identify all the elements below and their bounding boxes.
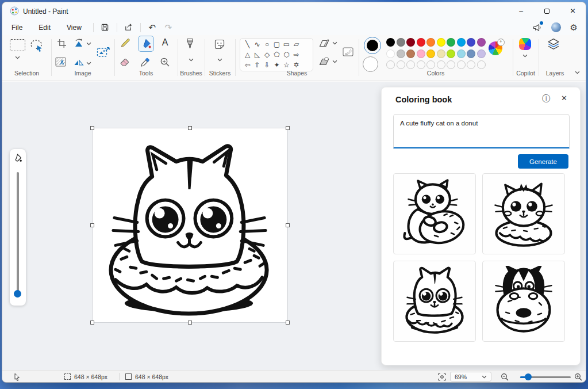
shape-option[interactable]: ▱: [291, 39, 301, 49]
magnifier-tool[interactable]: [160, 57, 170, 67]
custom-color-slot[interactable]: [477, 60, 486, 69]
foreground-color-swatch[interactable]: [364, 37, 381, 54]
menu-item-file[interactable]: File: [3, 24, 30, 32]
minimize-button[interactable]: –: [508, 2, 534, 20]
color-swatch[interactable]: [477, 49, 486, 58]
color-swatch[interactable]: [417, 38, 425, 47]
shape-option[interactable]: ⬡: [282, 49, 291, 60]
chevron-down-icon[interactable]: [332, 60, 337, 63]
generated-thumbnail-2[interactable]: [482, 173, 565, 254]
shape-option[interactable]: ○: [262, 39, 272, 49]
generated-thumbnail-4[interactable]: [482, 261, 565, 342]
selection-handle[interactable]: [90, 223, 94, 227]
rectangle-select-tool[interactable]: [10, 39, 25, 51]
color-swatch[interactable]: [386, 38, 395, 47]
color-swatch[interactable]: [426, 38, 435, 47]
color-swatch[interactable]: [477, 38, 486, 47]
color-swatch[interactable]: [406, 49, 415, 58]
remove-background-tool[interactable]: [55, 57, 66, 67]
canvas[interactable]: [93, 128, 287, 322]
eraser-tool[interactable]: [120, 58, 130, 67]
text-tool[interactable]: A: [159, 37, 171, 48]
resize-image-tool[interactable]: [97, 46, 110, 59]
crop-tool[interactable]: [57, 39, 67, 48]
shape-option[interactable]: ✦: [272, 60, 282, 70]
more-shapes-button[interactable]: [341, 46, 354, 58]
menu-item-edit[interactable]: Edit: [30, 24, 59, 32]
color-swatch[interactable]: [457, 49, 466, 58]
menu-item-view[interactable]: View: [59, 24, 90, 32]
color-swatch[interactable]: [426, 49, 435, 58]
custom-color-slot[interactable]: [426, 60, 435, 69]
selection-handle[interactable]: [90, 126, 94, 130]
shape-option[interactable]: ∿: [252, 39, 262, 49]
custom-color-slot[interactable]: [406, 60, 415, 69]
color-picker-tool[interactable]: [140, 57, 151, 67]
zoom-slider-track[interactable]: [520, 376, 571, 378]
shape-option[interactable]: ▢: [272, 39, 282, 49]
account-avatar[interactable]: [551, 22, 561, 32]
chevron-down-icon[interactable]: [15, 56, 20, 59]
layers-button[interactable]: [547, 38, 560, 51]
generated-thumbnail-3[interactable]: [393, 261, 476, 342]
color-swatch[interactable]: [397, 49, 405, 58]
close-button[interactable]: ✕: [560, 2, 586, 20]
color-swatch[interactable]: [386, 49, 395, 58]
undo-button[interactable]: ↶: [144, 21, 160, 34]
color-swatch[interactable]: [437, 49, 445, 58]
copilot-button[interactable]: [519, 38, 531, 50]
shape-option[interactable]: ☆: [282, 60, 291, 70]
zoom-slider-thumb[interactable]: [525, 373, 532, 380]
tolerance-slider-thumb[interactable]: [14, 290, 21, 298]
custom-color-slot[interactable]: [417, 60, 425, 69]
selection-handle[interactable]: [90, 321, 94, 325]
color-swatch[interactable]: [417, 49, 425, 58]
color-swatch[interactable]: [437, 38, 445, 47]
redo-button[interactable]: ↷: [160, 21, 176, 34]
zoom-out-button[interactable]: [501, 371, 509, 383]
shape-option[interactable]: ◇: [262, 49, 272, 60]
shape-option[interactable]: ⇦: [243, 60, 252, 70]
shape-option[interactable]: ◺: [252, 49, 262, 60]
prompt-input[interactable]: A cute fluffy cat on a donut: [393, 114, 570, 148]
info-button[interactable]: ⓘ: [542, 94, 550, 104]
color-swatch[interactable]: [467, 49, 475, 58]
chevron-down-icon[interactable]: [189, 58, 194, 62]
custom-color-slot[interactable]: [457, 60, 466, 69]
shape-option[interactable]: ✡: [291, 60, 301, 70]
shape-option[interactable]: ⇧: [252, 60, 262, 70]
chevron-down-icon[interactable]: [522, 54, 528, 58]
share-button[interactable]: [121, 21, 137, 34]
shape-option[interactable]: ⬠: [272, 49, 282, 60]
save-button[interactable]: [97, 21, 113, 34]
color-swatch[interactable]: [406, 38, 415, 47]
chevron-down-icon[interactable]: [86, 62, 91, 65]
chevron-down-icon[interactable]: [86, 42, 91, 45]
shape-outline-button[interactable]: [319, 39, 329, 48]
fill-tool-selected[interactable]: [138, 36, 154, 52]
custom-color-slot[interactable]: [447, 60, 455, 69]
shape-option[interactable]: ╲: [243, 39, 252, 49]
custom-color-slot[interactable]: [437, 60, 445, 69]
custom-color-slot[interactable]: [467, 60, 475, 69]
edit-colors-button[interactable]: [489, 41, 502, 55]
shape-fill-button[interactable]: [319, 57, 329, 66]
color-swatch[interactable]: [467, 38, 475, 47]
color-swatch[interactable]: [447, 38, 455, 47]
rotate-tool[interactable]: [74, 38, 84, 48]
selection-handle[interactable]: [188, 321, 192, 325]
custom-color-slot[interactable]: [397, 60, 405, 69]
settings-gear-icon[interactable]: ⚙: [570, 23, 578, 32]
panel-close-button[interactable]: ✕: [561, 94, 567, 102]
zoom-in-button[interactable]: [574, 371, 582, 383]
shape-option[interactable]: ▭: [282, 39, 291, 49]
shape-option[interactable]: ⇨: [291, 49, 301, 60]
maximize-button[interactable]: [534, 2, 560, 20]
chevron-down-icon[interactable]: [217, 58, 222, 62]
selection-handle[interactable]: [286, 126, 290, 130]
ribbon-collapse-chevron[interactable]: [575, 71, 580, 74]
stickers-button[interactable]: [214, 39, 225, 50]
color-swatch[interactable]: [457, 38, 466, 47]
zoom-level-dropdown[interactable]: 69%: [450, 372, 491, 382]
free-form-select-tool[interactable]: [29, 37, 45, 54]
